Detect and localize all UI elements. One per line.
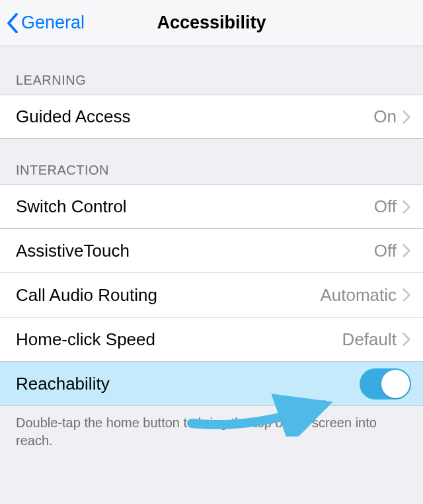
row-value: Automatic	[320, 285, 397, 306]
chevron-right-icon	[402, 200, 411, 214]
nav-header: General Accessibility	[0, 0, 423, 46]
row-label: Reachability	[16, 374, 360, 394]
row-value: Off	[374, 196, 397, 217]
row-assistivetouch[interactable]: AssistiveTouch Off	[0, 229, 423, 273]
chevron-right-icon	[402, 288, 411, 302]
chevron-right-icon	[402, 332, 411, 347]
row-reachability[interactable]: Reachability	[0, 362, 423, 406]
chevron-right-icon	[402, 243, 411, 258]
chevron-left-icon	[7, 13, 19, 33]
row-label: Switch Control	[16, 196, 374, 217]
section-header-learning: LEARNING	[0, 46, 423, 95]
row-value: Off	[374, 241, 397, 261]
chevron-right-icon	[402, 110, 411, 124]
row-guided-access[interactable]: Guided Access On	[0, 95, 423, 139]
row-label: Call Audio Routing	[16, 285, 320, 306]
toggle-knob	[381, 370, 410, 398]
section-footer: Double-tap the home button to bring the …	[0, 406, 423, 458]
row-home-click-speed[interactable]: Home-click Speed Default	[0, 317, 423, 362]
row-label: AssistiveTouch	[16, 241, 374, 261]
row-value: On	[373, 106, 397, 127]
row-switch-control[interactable]: Switch Control Off	[0, 185, 423, 229]
back-button[interactable]: General	[0, 13, 85, 33]
row-call-audio-routing[interactable]: Call Audio Routing Automatic	[0, 273, 423, 317]
reachability-toggle[interactable]	[360, 368, 411, 399]
row-label: Guided Access	[16, 106, 373, 127]
row-value: Default	[342, 329, 397, 350]
back-label: General	[21, 13, 85, 33]
section-header-interaction: INTERACTION	[0, 139, 423, 185]
row-label: Home-click Speed	[16, 329, 342, 350]
